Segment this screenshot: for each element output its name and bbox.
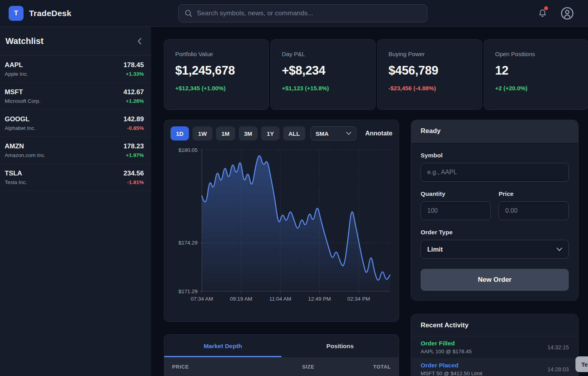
column-header-size: SIZE xyxy=(260,364,314,370)
timeframe-button-3m[interactable]: 3M xyxy=(239,126,258,141)
activity-list: Order FilledAAPL 100 @ $178.4514:32:15Or… xyxy=(411,336,578,376)
chart-area-fill xyxy=(202,156,390,291)
collapse-sidebar-button[interactable] xyxy=(134,35,145,47)
stat-label: Open Positions xyxy=(495,51,577,57)
notification-badge xyxy=(544,6,548,10)
last-price: 234.56 xyxy=(123,170,144,177)
watchlist-item-quote: 412.67+1.26% xyxy=(123,88,144,104)
avatar-button[interactable] xyxy=(559,5,575,21)
column-header-price: PRICE xyxy=(172,364,260,370)
watchlist-item-info: AMZNAmazon.com Inc. xyxy=(5,142,45,158)
watchlist-item-tsla[interactable]: TSLATesla Inc.234.56-1.81% xyxy=(0,164,151,191)
watchlist-item-msft[interactable]: MSFTMicrosoft Corp.412.67+1.26% xyxy=(0,83,151,110)
activity-item-time: 14:32:15 xyxy=(548,344,569,350)
tab-market-depth[interactable]: Market Depth xyxy=(164,335,281,357)
order-status-text: Ready xyxy=(421,127,441,135)
timeframe-button-1y[interactable]: 1Y xyxy=(261,126,279,141)
activity-item-time: 14:28:03 xyxy=(548,366,569,372)
symbol-input[interactable] xyxy=(421,163,569,182)
order-type-select[interactable]: Limit xyxy=(421,240,569,259)
stat-card-buying-power: Buying Power$456,789-$23,456 (-4.88%) xyxy=(377,39,482,110)
logo-letter: T xyxy=(14,9,18,17)
search-input[interactable] xyxy=(197,9,421,17)
main-content: Portfolio Value$1,245,678+$12,345 (+1.00… xyxy=(151,27,588,376)
chart-panel: 1D1W1M3M1YALL SMA Annotate $180.05$174.2… xyxy=(164,120,399,322)
stat-card-day-p-l: Day P&L+$8,234+$1,123 (+15.8%) xyxy=(270,39,376,110)
timeframe-button-1d[interactable]: 1D xyxy=(171,126,189,141)
stat-delta: +$1,123 (+15.8%) xyxy=(282,85,364,91)
activity-panel: Recent Activity Order FilledAAPL 100 @ $… xyxy=(411,314,579,376)
app-logo: T xyxy=(9,6,24,21)
watchlist-item-quote: 178.45+1.33% xyxy=(123,61,144,77)
app-window: T TradeDesk Watchlist AAPLApple Inc.178.… xyxy=(0,0,588,376)
y-axis-label: $174.29 xyxy=(178,240,198,246)
company-name: Microsoft Corp. xyxy=(5,98,41,104)
last-price: 412.67 xyxy=(123,88,144,96)
activity-item-title: Order Filled xyxy=(421,340,472,347)
ticker-symbol: MSFT xyxy=(5,88,41,96)
bottom-panel: Market DepthPositions PRICESIZETOTAL xyxy=(164,334,399,376)
stat-value: $1,245,678 xyxy=(175,64,258,78)
tab-positions[interactable]: Positions xyxy=(281,335,399,357)
stats-row: Portfolio Value$1,245,678+$12,345 (+1.00… xyxy=(164,39,588,110)
order-type-label: Order Type xyxy=(421,229,569,236)
activity-header: Recent Activity xyxy=(411,314,578,336)
order-type-value: Limit xyxy=(427,246,443,253)
chevron-down-icon xyxy=(557,248,562,251)
app-title: TradeDesk xyxy=(29,9,71,18)
timeframe-button-all[interactable]: ALL xyxy=(283,126,305,141)
price-label: Price xyxy=(499,190,569,197)
stat-delta: -$23,456 (-4.88%) xyxy=(388,85,471,91)
ticker-symbol: AAPL xyxy=(5,61,28,69)
activity-item-main: Order PlacedMSFT 50 @ $412.50 Limit xyxy=(421,362,483,376)
timeframe-button-1w[interactable]: 1W xyxy=(192,126,212,141)
order-panel: Ready Symbol Quantity xyxy=(411,120,579,301)
last-price: 178.45 xyxy=(123,61,144,69)
chart-svg: $180.05$174.29$171.2907:34 AM09:19 AM11:… xyxy=(171,147,393,305)
stat-value: $456,789 xyxy=(388,64,471,78)
price-chart[interactable]: $180.05$174.29$171.2907:34 AM09:19 AM11:… xyxy=(171,147,392,307)
watchlist-title: Watchlist xyxy=(5,36,44,46)
percent-change: -1.81% xyxy=(123,179,144,185)
x-axis-label: 09:19 AM xyxy=(230,296,252,302)
x-axis-label: 07:34 AM xyxy=(191,296,213,302)
stat-label: Day P&L xyxy=(282,51,364,57)
notifications-button[interactable] xyxy=(535,5,550,21)
activity-item: Order PlacedMSFT 50 @ $412.50 Limit14:28… xyxy=(411,358,578,376)
timeframe-button-1m[interactable]: 1M xyxy=(216,126,235,141)
activity-item-detail: MSFT 50 @ $412.50 Limit xyxy=(421,371,483,376)
quantity-input[interactable] xyxy=(421,201,491,220)
stat-value: +$8,234 xyxy=(282,64,364,78)
percent-change: +1.26% xyxy=(123,98,144,104)
new-order-button[interactable]: New Order xyxy=(421,269,569,291)
activity-item-detail: AAPL 100 @ $178.45 xyxy=(421,349,472,354)
percent-change: -0.85% xyxy=(123,125,144,131)
watchlist-header: Watchlist xyxy=(0,27,151,56)
annotate-label[interactable]: Annotate xyxy=(365,130,392,137)
activity-item-title: Order Placed xyxy=(421,362,483,369)
content-row: 1D1W1M3M1YALL SMA Annotate $180.05$174.2… xyxy=(164,120,588,376)
watchlist-item-quote: 178.23+1.97% xyxy=(123,142,144,158)
stat-label: Buying Power xyxy=(388,51,471,57)
indicator-select[interactable]: SMA xyxy=(310,126,356,141)
activity-item: Order FilledAAPL 100 @ $178.4514:32:15 xyxy=(411,336,578,358)
left-column: 1D1W1M3M1YALL SMA Annotate $180.05$174.2… xyxy=(164,120,399,376)
stat-card-open-positions: Open Positions12+2 (+20.0%) xyxy=(484,39,588,110)
column-header-total: TOTAL xyxy=(314,364,391,370)
percent-change: +1.33% xyxy=(123,71,144,77)
price-input[interactable] xyxy=(499,201,569,220)
watchlist-item-aapl[interactable]: AAPLApple Inc.178.45+1.33% xyxy=(0,56,151,83)
watchlist-item-info: MSFTMicrosoft Corp. xyxy=(5,88,41,104)
topbar: T TradeDesk xyxy=(0,0,588,27)
symbol-label: Symbol xyxy=(421,152,569,159)
ticker-symbol: AMZN xyxy=(5,142,45,150)
watchlist-item-amzn[interactable]: AMZNAmazon.com Inc.178.23+1.97% xyxy=(0,137,151,164)
company-name: Alphabet Inc. xyxy=(5,125,36,131)
avatar-icon xyxy=(559,5,575,21)
percent-change: +1.97% xyxy=(123,152,144,158)
bottom-tabs: Market DepthPositions xyxy=(164,335,399,357)
watchlist-item-googl[interactable]: GOOGLAlphabet Inc.142.89-0.85% xyxy=(0,110,151,137)
stat-delta: +$12,345 (+1.00%) xyxy=(175,85,258,91)
sidebar: Watchlist AAPLApple Inc.178.45+1.33%MSFT… xyxy=(0,27,151,376)
order-status-header: Ready xyxy=(411,120,578,142)
